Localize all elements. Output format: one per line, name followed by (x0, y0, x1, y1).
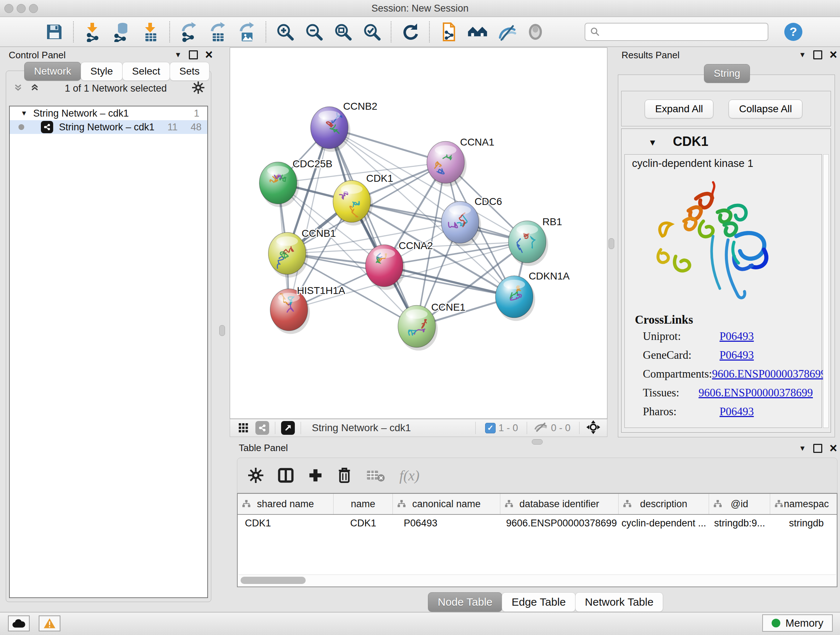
tab-select[interactable]: Select (122, 62, 170, 81)
panel-menu-icon[interactable]: ▼ (799, 445, 806, 452)
export-table-button[interactable] (206, 20, 229, 43)
column-header-canonical-name[interactable]: canonical name (393, 494, 500, 514)
memory-status-dot (772, 619, 780, 627)
column-header-shared-name[interactable]: shared name (238, 494, 333, 514)
node-label-CCNB2: CCNB2 (343, 101, 377, 112)
scrollbar-thumb[interactable] (240, 577, 306, 584)
column-header-namespace[interactable]: namespac (770, 494, 837, 514)
grid-view-icon[interactable] (237, 421, 250, 435)
node-CCNB2[interactable] (311, 107, 348, 149)
export-image-button[interactable] (235, 20, 258, 43)
crosslinks-title: CrossLinks (635, 313, 693, 326)
zoom-fit-icon (333, 22, 353, 42)
crosslink-pharos-link[interactable]: P06493 (720, 405, 754, 418)
zoom-fit-button[interactable] (332, 20, 355, 43)
tab-style[interactable]: Style (81, 62, 123, 81)
first-neighbors-button[interactable] (466, 20, 489, 43)
tab-string[interactable]: String (704, 64, 750, 83)
network-collection-row[interactable]: ▼ String Network – cdk1 1 (10, 106, 207, 120)
node-RB1[interactable] (508, 221, 546, 263)
column-header-name[interactable]: name (333, 494, 393, 514)
tab-network[interactable]: Network (24, 62, 81, 81)
node-CCNE1[interactable] (398, 306, 436, 348)
float-panel-icon[interactable] (813, 444, 822, 453)
network-row[interactable]: String Network – cdk1 11 48 (10, 120, 207, 134)
collection-expand-icon[interactable]: ▼ (21, 109, 27, 117)
control-panel: Control Panel ▼ × Network Style Select S… (2, 48, 216, 604)
function-builder-button[interactable]: f(x) (399, 467, 420, 484)
collapse-all-button[interactable]: Collapse All (729, 100, 802, 119)
tab-network-table[interactable]: Network Table (575, 592, 663, 612)
zoom-selected-button[interactable] (360, 20, 384, 43)
table-horizontal-scrollbar[interactable] (238, 575, 836, 586)
crosslink-genecard-link[interactable]: P06493 (720, 348, 754, 362)
gear-icon[interactable] (192, 81, 204, 95)
refresh-button[interactable] (399, 20, 422, 43)
column-header-database-identifier[interactable]: database identifier (500, 494, 619, 514)
edge-CCNB2-CCNE1[interactable] (329, 128, 417, 326)
birds-eye-view-icon[interactable] (281, 421, 295, 435)
warnings-button[interactable] (39, 616, 60, 631)
share-view-icon[interactable] (256, 421, 269, 435)
column-header-description[interactable]: description (619, 494, 709, 514)
tab-edge-table[interactable]: Edge Table (502, 592, 576, 612)
float-panel-icon[interactable] (189, 50, 198, 59)
collapse-all-networks-icon[interactable] (13, 83, 23, 94)
cloud-button[interactable] (8, 616, 30, 631)
delete-table-button[interactable] (366, 469, 385, 482)
import-network-file-button[interactable] (81, 20, 104, 43)
window-close-circle[interactable] (4, 4, 13, 13)
show-columns-button[interactable] (278, 467, 294, 483)
node-CDK1[interactable] (333, 180, 370, 222)
add-column-button[interactable] (308, 468, 323, 483)
float-panel-icon[interactable] (813, 50, 822, 59)
expand-all-networks-icon[interactable] (30, 83, 39, 94)
fit-selection-crosshair-icon[interactable] (586, 420, 600, 436)
delete-column-button[interactable] (337, 467, 352, 483)
node-CDKN1A[interactable] (496, 276, 533, 318)
export-network-button[interactable] (177, 20, 201, 43)
help-button[interactable]: ? (784, 23, 802, 41)
expand-all-button[interactable]: Expand All (645, 100, 714, 119)
tab-node-table[interactable]: Node Table (428, 592, 502, 612)
search-input[interactable] (600, 26, 767, 38)
table-row[interactable]: CDK1 CDK1 P06493 9606.ENSP00000378699 cy… (238, 515, 837, 532)
selected-checkbox[interactable]: ✓ (485, 423, 496, 433)
column-header-id[interactable]: @id (709, 494, 770, 514)
zoom-out-button[interactable] (302, 20, 325, 43)
network-from-selection-button[interactable] (437, 20, 460, 43)
collapse-entry-icon[interactable]: ▼ (648, 138, 657, 148)
hidden-eye-icon[interactable] (534, 421, 548, 434)
splitter-handle[interactable] (608, 238, 614, 249)
close-panel-icon[interactable]: × (829, 442, 837, 455)
import-table-button[interactable] (139, 20, 162, 43)
node-label-RB1: RB1 (542, 216, 562, 227)
hide-details-button[interactable] (495, 20, 518, 43)
node-CDC25B[interactable] (259, 162, 297, 204)
node-CCNA2[interactable] (365, 245, 403, 287)
window-minimize-circle[interactable] (17, 4, 26, 13)
node-CCNA1[interactable] (427, 141, 464, 183)
network-view-canvas[interactable]: CCNB2CCNA1CDC25BCDK1CDC6RB1CCNB1CCNA2CDK… (230, 48, 607, 419)
show-details-button[interactable] (524, 20, 547, 43)
panel-menu-icon[interactable]: ▼ (799, 51, 806, 58)
crosslink-compartments-link[interactable]: 9606.ENSP00000378699 (712, 367, 826, 380)
splitter-handle[interactable] (219, 325, 225, 336)
import-network-database-button[interactable] (110, 20, 133, 43)
panel-menu-icon[interactable]: ▼ (174, 51, 182, 58)
save-session-button[interactable] (43, 20, 66, 43)
table-settings-button[interactable] (248, 468, 264, 483)
node-CDC6[interactable] (441, 201, 479, 243)
close-panel-icon[interactable]: × (829, 48, 837, 61)
node-CCNB1[interactable] (268, 233, 306, 274)
results-scrollbar[interactable] (823, 154, 829, 428)
memory-button[interactable]: Memory (762, 614, 833, 632)
crosslink-tissues-link[interactable]: 9606.ENSP00000378699 (699, 386, 813, 399)
window-zoom-circle[interactable] (29, 4, 38, 13)
close-panel-icon[interactable]: × (205, 48, 213, 61)
node-label-CCNE1: CCNE1 (431, 302, 466, 313)
open-session-button[interactable] (14, 20, 37, 43)
zoom-in-button[interactable] (273, 20, 297, 43)
crosslink-uniprot-link[interactable]: P06493 (720, 330, 754, 343)
tab-sets[interactable]: Sets (170, 62, 210, 81)
